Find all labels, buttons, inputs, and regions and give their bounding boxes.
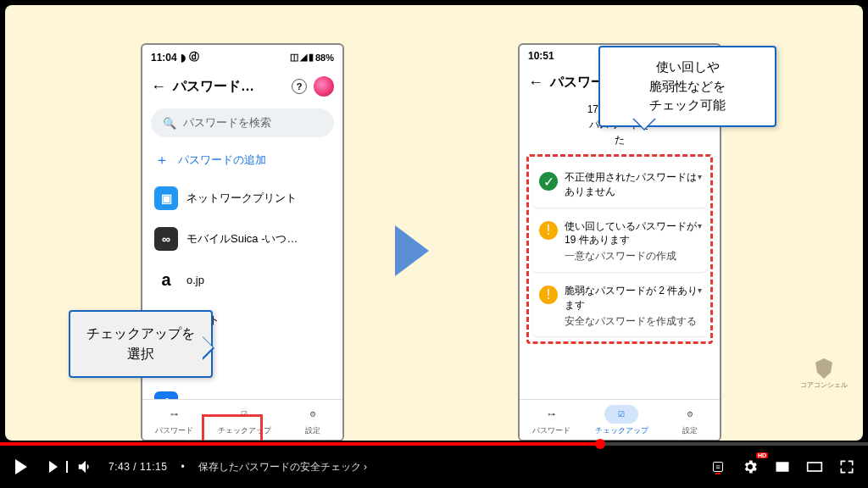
site-icon: a xyxy=(154,268,178,291)
result-reused[interactable]: ! 使い回しているパスワードが 19 件あります 一意なパスワードの作成 ▾ xyxy=(532,211,707,272)
subtitles-button[interactable]: ≡ xyxy=(709,458,727,476)
play-button[interactable] xyxy=(12,458,31,476)
miniplayer-icon xyxy=(774,458,791,475)
fullscreen-icon xyxy=(838,458,855,475)
help-icon[interactable]: ? xyxy=(292,79,307,94)
add-password-button[interactable]: ＋ パスワードの追加 xyxy=(142,142,342,178)
nav-passwords[interactable]: ⊶ パスワード xyxy=(532,405,570,436)
video-content: 11:04 ◗ ⓓ ◫ ◢ ▮ 88% ← パスワード… ? 🔍 パスワードを検… xyxy=(5,5,863,441)
notification-icon: ◗ xyxy=(181,52,186,64)
warn-icon: ! xyxy=(539,286,558,304)
arrow-right-icon xyxy=(395,225,429,276)
page-title: パスワード… xyxy=(173,78,285,96)
callout-check-vulnerabilities: 使い回しや 脆弱性などを チェック可能 xyxy=(598,46,776,127)
checkup-results-box: ✓ 不正使用されたパスワードはありません ▾ ! 使い回しているパスワードが 1… xyxy=(526,154,713,344)
result-ok[interactable]: ✓ 不正使用されたパスワードはありません ▾ xyxy=(532,162,707,208)
miniplayer-button[interactable] xyxy=(773,458,792,476)
app-header: ← パスワード… ? xyxy=(142,69,342,103)
result-sub: 安全なパスワードを作成する xyxy=(565,314,700,329)
cc-icon: ≡ xyxy=(713,462,722,472)
battery-pct: 88% xyxy=(315,53,334,63)
chevron-down-icon: ▾ xyxy=(698,172,702,181)
password-item[interactable]: ∞ モバイルSuica -いつ… xyxy=(142,219,342,259)
site-icon: ▣ xyxy=(154,186,178,210)
avatar[interactable] xyxy=(314,76,334,97)
volume-button[interactable] xyxy=(76,458,95,476)
chevron-down-icon: ▾ xyxy=(698,221,702,230)
next-icon xyxy=(49,461,58,473)
status-time: 10:51 xyxy=(528,50,554,62)
check-ok-icon: ✓ xyxy=(539,172,558,191)
clipboard-icon: ☑ xyxy=(618,410,625,419)
nav-settings[interactable]: ⚙ 設定 xyxy=(296,405,330,436)
nav-settings[interactable]: ⚙ 設定 xyxy=(673,405,707,436)
chapter-separator: • xyxy=(181,461,184,473)
nav-checkup[interactable]: ☑ チェックアップ xyxy=(595,405,648,436)
next-button[interactable] xyxy=(44,458,63,476)
back-icon[interactable]: ← xyxy=(151,78,166,96)
add-label: パスワードの追加 xyxy=(178,152,266,168)
result-sub: 一意なパスワードの作成 xyxy=(565,249,700,263)
signal-icon: ◢ xyxy=(300,52,307,63)
password-item[interactable]: ▣ ネットワークプリント xyxy=(142,178,342,219)
status-bar: 11:04 ◗ ⓓ ◫ ◢ ▮ 88% xyxy=(142,45,342,69)
result-text: 脆弱なパスワードが 2 件あります xyxy=(565,284,700,313)
channel-watermark[interactable]: コアコンシェル xyxy=(800,358,848,390)
chevron-down-icon: ▾ xyxy=(698,286,702,295)
site-icon: ∞ xyxy=(154,227,178,251)
site-name: ネットワークプリント xyxy=(186,191,297,206)
key-icon: ⊶ xyxy=(548,410,555,419)
password-item[interactable]: a o.jp xyxy=(142,259,342,300)
status-time: 11:04 xyxy=(151,52,177,64)
site-name: モバイルSuica -いつ… xyxy=(186,231,298,247)
bottom-nav: ⊶ パスワード ☑ チェックアップ ⚙ 設定 xyxy=(520,399,720,440)
nav-checkup[interactable]: ☑ チェックアップ xyxy=(218,405,271,436)
play-icon xyxy=(15,459,27,474)
plus-icon: ＋ xyxy=(154,152,170,168)
nav-passwords[interactable]: ⊶ パスワード xyxy=(155,405,193,436)
phone-password-list: 11:04 ◗ ⓓ ◫ ◢ ▮ 88% ← パスワード… ? 🔍 パスワードを検… xyxy=(141,43,344,441)
theater-icon xyxy=(805,458,824,475)
search-input[interactable]: 🔍 パスワードを検索 xyxy=(151,108,334,137)
gear-icon xyxy=(742,458,759,475)
site-name: o.jp xyxy=(186,274,204,286)
callout-select-checkup: チェックアップを 選択 xyxy=(69,310,213,378)
warn-icon: ! xyxy=(539,221,558,240)
back-icon[interactable]: ← xyxy=(528,74,543,92)
player-controls: 7:43 / 11:15 • 保存したパスワードの安全チェック ≡ xyxy=(0,446,868,488)
search-placeholder: パスワードを検索 xyxy=(183,115,271,130)
result-weak[interactable]: ! 脆弱なパスワードが 2 件あります 安全なパスワードを作成する ▾ xyxy=(532,275,707,336)
time-display: 7:43 / 11:15 xyxy=(108,461,167,473)
search-icon: 🔍 xyxy=(163,117,176,130)
vibrate-icon: ◫ xyxy=(290,52,298,63)
notification-icon-2: ⓓ xyxy=(189,50,199,64)
volume-icon xyxy=(76,458,95,476)
svg-rect-0 xyxy=(808,463,822,471)
clipboard-icon: ☑ xyxy=(241,410,248,419)
settings-button[interactable] xyxy=(741,458,760,476)
result-text: 使い回しているパスワードが 19 件あります xyxy=(565,219,700,248)
theater-button[interactable] xyxy=(805,458,824,476)
watermark-icon xyxy=(815,358,832,379)
result-text: 不正使用されたパスワードはありません xyxy=(565,170,700,199)
chapter-title[interactable]: 保存したパスワードの安全チェック xyxy=(198,460,367,474)
fullscreen-button[interactable] xyxy=(837,458,856,476)
gear-icon: ⚙ xyxy=(309,410,316,419)
battery-icon: ▮ xyxy=(309,52,314,63)
gear-icon: ⚙ xyxy=(687,410,693,419)
bottom-nav: ⊶ パスワード ☑ チェックアップ ⚙ 設定 xyxy=(142,399,342,440)
key-icon: ⊶ xyxy=(170,410,178,419)
